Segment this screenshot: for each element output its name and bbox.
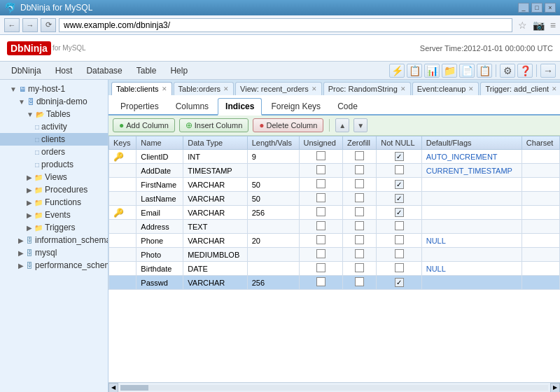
table-row[interactable]: AddressTEXT [109,220,560,234]
move-down-button[interactable]: ▼ [354,118,368,132]
menu-dbninja[interactable]: DbNinja [4,64,48,78]
not_null-checkbox[interactable] [395,235,404,244]
zerofill-checkbox[interactable] [355,207,364,216]
cell-not_null[interactable] [377,164,421,178]
not_null-checkbox[interactable] [395,221,404,230]
cell-unsigned[interactable] [299,192,342,206]
table-row[interactable]: PasswdVARCHAR256✓ [109,276,560,290]
zerofill-checkbox[interactable] [355,277,364,286]
zerofill-checkbox[interactable] [355,263,364,272]
toolbar-list-icon[interactable]: 📋 [477,64,492,78]
toolbar-copy-icon[interactable]: 📋 [407,64,422,78]
insert-column-button[interactable]: ⊕ Insert Column [179,118,248,132]
unsigned-checkbox[interactable] [316,151,326,160]
menu-table[interactable]: Table [130,64,164,78]
table-row[interactable]: PhoneVARCHAR20NULL [109,234,560,248]
table-row[interactable]: 🔑ClientIDINT9✓AUTO_INCREMENT [109,150,560,164]
sidebar-item-tables[interactable]: ▼ 📂 Tables [0,108,108,120]
subtab-foreign-keys[interactable]: Foreign Keys [263,98,328,114]
unsigned-checkbox[interactable] [316,263,326,272]
cell-zerofill[interactable] [342,206,376,220]
subtab-properties[interactable]: Properties [113,98,167,114]
unsigned-checkbox[interactable] [316,207,326,216]
cell-not_null[interactable]: ✓ [377,192,421,206]
not_null-checkbox[interactable] [395,263,404,272]
cell-not_null[interactable]: ✓ [377,150,421,164]
sidebar-item-orders[interactable]: □ orders [0,146,108,158]
cell-unsigned[interactable] [299,178,342,192]
tab-close-icon[interactable]: ✕ [312,85,317,92]
back-button[interactable]: ← [4,18,20,32]
sidebar-item-triggers[interactable]: ▶ 📁 Triggers [0,221,108,234]
not_null-checkbox[interactable]: ✓ [395,278,404,287]
scroll-right-button[interactable]: ▶ [550,383,560,393]
zerofill-checkbox[interactable] [355,193,364,202]
tab-close-icon[interactable]: ✕ [223,85,229,92]
move-up-button[interactable]: ▲ [335,118,349,132]
sidebar-item-mysql[interactable]: ▶ 🗄 mysql [0,246,108,259]
horizontal-scrollbar[interactable]: ◀ ▶ [108,382,560,392]
unsigned-checkbox[interactable] [316,193,326,202]
cell-unsigned[interactable] [299,164,342,178]
toolbar-chart-icon[interactable]: 📊 [424,64,440,78]
sidebar-item-events[interactable]: ▶ 📁 Events [0,209,108,221]
sidebar-item-products[interactable]: □ products [0,158,108,171]
zerofill-checkbox[interactable] [355,249,364,258]
table-row[interactable]: FirstNameVARCHAR50✓ [109,178,560,192]
sidebar-item-myhost[interactable]: ▼ 🖥 my-host-1 [0,83,108,95]
not_null-checkbox[interactable] [395,165,404,174]
tab-trigger-add-client[interactable]: Trigger: add_client ✕ [480,82,560,95]
tab-close-icon[interactable]: ✕ [162,85,167,92]
table-row[interactable]: LastNameVARCHAR50✓ [109,192,560,206]
url-input[interactable] [59,18,512,32]
toolbar-logout-icon[interactable]: → [540,64,556,78]
cell-not_null[interactable] [377,262,421,276]
zerofill-checkbox[interactable] [355,221,364,230]
cell-zerofill[interactable] [342,192,376,206]
toolbar-refresh-icon[interactable]: ⚡ [389,64,405,78]
tab-table-orders[interactable]: Table:orders ✕ [174,82,234,95]
cell-zerofill[interactable] [342,276,376,290]
cell-zerofill[interactable] [342,248,376,262]
tab-event-cleanup[interactable]: Event:cleanup ✕ [412,82,479,95]
bookmark-icon[interactable]: ☆ [518,20,527,31]
reload-button[interactable]: ⟳ [41,18,56,32]
unsigned-checkbox[interactable] [316,165,326,174]
tab-proc-randomstring[interactable]: Proc: RandomString ✕ [323,82,411,95]
subtab-indices[interactable]: Indices [218,98,262,115]
cell-not_null[interactable]: ✓ [377,276,421,290]
menu-database[interactable]: Database [79,64,129,78]
not_null-checkbox[interactable]: ✓ [395,194,404,203]
sidebar-item-performance-schema[interactable]: ▶ 🗄 performance_schema [0,259,108,272]
subtab-code[interactable]: Code [330,98,365,114]
close-window-button[interactable]: × [545,3,556,13]
table-row[interactable]: PhotoMEDIUMBLOB [109,248,560,262]
cell-not_null[interactable] [377,220,421,234]
cell-zerofill[interactable] [342,234,376,248]
cell-unsigned[interactable] [299,276,342,290]
not_null-checkbox[interactable]: ✓ [395,152,404,161]
not_null-checkbox[interactable]: ✓ [395,208,404,217]
cell-not_null[interactable]: ✓ [377,178,421,192]
scroll-left-button[interactable]: ◀ [108,383,118,393]
cell-unsigned[interactable] [299,234,342,248]
sidebar-item-dbninja-demo[interactable]: ▼ 🗄 dbninja-demo [0,95,108,108]
unsigned-checkbox[interactable] [316,179,326,188]
unsigned-checkbox[interactable] [316,277,326,286]
toolbar-doc-icon[interactable]: 📄 [459,64,475,78]
screenshot-icon[interactable]: 📷 [533,20,545,31]
table-row[interactable]: BirthdateDATENULL [109,262,560,276]
table-row[interactable]: 🔑EmailVARCHAR256✓ [109,206,560,220]
tab-close-icon[interactable]: ✕ [400,85,406,92]
cell-zerofill[interactable] [342,262,376,276]
toolbar-settings-icon[interactable]: ⚙ [500,64,515,78]
tab-close-icon[interactable]: ✕ [468,85,474,92]
cell-zerofill[interactable] [342,178,376,192]
cell-unsigned[interactable] [299,248,342,262]
sidebar-item-activity[interactable]: □ activity [0,120,108,133]
zerofill-checkbox[interactable] [355,179,364,188]
cell-not_null[interactable] [377,248,421,262]
menu-help[interactable]: Help [163,64,195,78]
cell-unsigned[interactable] [299,220,342,234]
sidebar-item-information-schema[interactable]: ▶ 🗄 information_schema [0,234,108,246]
